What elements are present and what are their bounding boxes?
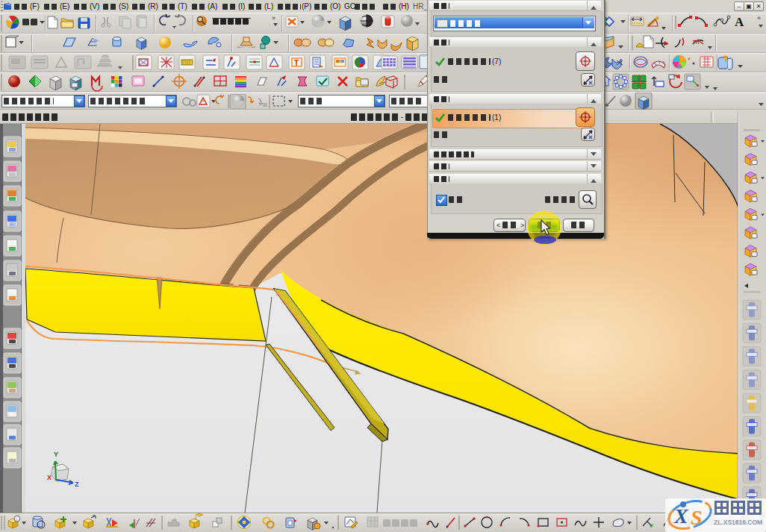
- svg-text:»: »: [272, 14, 275, 22]
- svg-text:X: X: [47, 474, 52, 481]
- svg-text:X: X: [673, 504, 689, 528]
- svg-text:S: S: [691, 506, 703, 529]
- svg-text:»: »: [757, 14, 761, 22]
- svg-text:Z: Z: [75, 481, 79, 488]
- svg-text:A: A: [735, 15, 744, 29]
- svg-text:Y: Y: [54, 451, 58, 458]
- svg-text:T: T: [294, 59, 299, 67]
